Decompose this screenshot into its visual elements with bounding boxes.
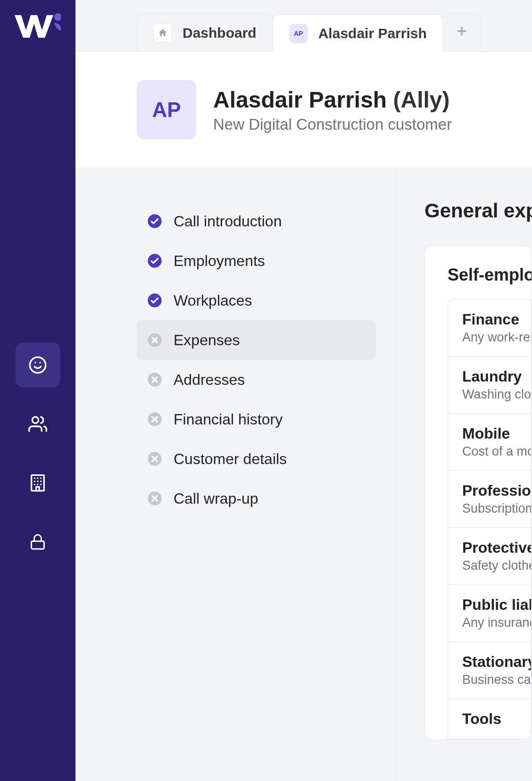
tab-alasdair-parrish[interactable]: APAlasdair Parrish — [273, 14, 443, 52]
checklist-item-call-introduction[interactable]: Call introduction — [137, 201, 376, 241]
checklist-item-workplaces[interactable]: Workplaces — [137, 281, 376, 320]
x-circle-icon — [147, 451, 162, 466]
checklist-label: Workplaces — [174, 292, 252, 309]
checklist-item-financial-history[interactable]: Financial history — [137, 399, 376, 439]
checklist-label: Expenses — [174, 332, 240, 349]
content-heading: General expenses — [424, 199, 532, 222]
expense-row[interactable]: Public liabilityAny insurance for work — [448, 585, 531, 642]
app-logo — [15, 13, 61, 41]
svg-point-0 — [54, 13, 61, 21]
tab-strip: DashboardAPAlasdair Parrish — [75, 0, 532, 52]
expense-desc: Business cards and paper — [462, 673, 531, 687]
tab-avatar: AP — [289, 24, 308, 43]
rail-item-smile[interactable] — [16, 342, 60, 387]
rail-item-building[interactable] — [16, 460, 60, 505]
rail-item-lock[interactable] — [16, 519, 60, 564]
checklist-label: Customer details — [174, 450, 287, 468]
tab-label: Alasdair Parrish — [318, 25, 427, 42]
expense-title: Stationary — [462, 653, 531, 671]
expense-row[interactable]: ProtectiveSafety clothes and equipment — [448, 528, 531, 585]
checklist-label: Call introduction — [174, 213, 282, 230]
expense-title: Laundry — [462, 368, 531, 385]
x-circle-icon — [147, 372, 162, 387]
expenses-card: Self-employed expenses FinanceAny work-r… — [424, 246, 532, 740]
checklist-item-expenses[interactable]: Expenses — [137, 320, 376, 360]
lock-icon — [29, 533, 46, 550]
expense-title: Tools — [462, 710, 531, 728]
checklist-label: Call wrap-up — [174, 490, 258, 507]
customer-name: Alasdair Parrish (Ally) — [213, 87, 452, 113]
add-tab-button[interactable] — [443, 14, 481, 51]
expense-desc: Any work-related finance costs — [462, 330, 531, 345]
card-title: Self-employed expenses — [448, 265, 532, 285]
expense-title: Finance — [462, 311, 531, 328]
check-circle-icon — [147, 253, 162, 268]
svg-rect-16 — [32, 541, 44, 549]
x-circle-icon — [147, 332, 162, 348]
checklist-label: Addresses — [174, 371, 245, 389]
checklist-item-employments[interactable]: Employments — [137, 241, 376, 281]
expense-desc: Subscriptions and memberships — [462, 501, 531, 516]
svg-rect-5 — [32, 475, 44, 490]
expense-title: Protective — [462, 539, 531, 557]
expense-desc: Any insurance for work — [462, 615, 531, 630]
expense-title: Professional — [462, 482, 531, 499]
check-circle-icon — [147, 293, 162, 308]
expense-row[interactable]: Tools — [448, 699, 531, 739]
svg-rect-15 — [36, 487, 40, 490]
checklist-item-addresses[interactable]: Addresses — [137, 360, 376, 399]
building-icon — [28, 474, 47, 492]
checklist-item-customer-details[interactable]: Customer details — [137, 439, 376, 479]
customer-subtitle: New Digital Construction customer — [213, 116, 452, 133]
expense-row[interactable]: StationaryBusiness cards and paper — [448, 642, 531, 699]
svg-point-4 — [32, 417, 38, 423]
x-circle-icon — [147, 412, 162, 427]
expense-row[interactable]: FinanceAny work-related finance costs — [448, 299, 531, 357]
checklist-label: Employments — [174, 252, 265, 270]
nav-rail — [0, 0, 75, 781]
check-circle-icon — [147, 214, 162, 229]
call-checklist: Call introductionEmploymentsWorkplacesEx… — [75, 168, 396, 781]
tab-label: Dashboard — [183, 25, 257, 41]
expense-row[interactable]: LaundryWashing clothes for work — [448, 357, 531, 414]
x-circle-icon — [147, 491, 162, 506]
home-icon — [153, 24, 172, 42]
people-icon — [28, 415, 47, 433]
expense-title: Mobile — [462, 425, 531, 442]
expense-desc: Cost of a mobile phone — [462, 444, 531, 459]
plus-icon — [455, 25, 468, 41]
smile-icon — [28, 356, 47, 374]
expense-desc: Washing clothes for work — [462, 387, 531, 402]
content-pane: General expenses Self-employed expenses … — [396, 168, 532, 781]
customer-header: AP Alasdair Parrish (Ally) New Digital C… — [75, 52, 532, 168]
tab-dashboard[interactable]: Dashboard — [137, 14, 273, 51]
expense-title: Public liability — [462, 596, 531, 614]
expense-row[interactable]: MobileCost of a mobile phone — [448, 414, 531, 471]
rail-item-people[interactable] — [16, 401, 60, 446]
checklist-label: Financial history — [174, 411, 283, 428]
customer-avatar: AP — [137, 80, 196, 140]
svg-point-1 — [30, 357, 45, 373]
expense-row[interactable]: ProfessionalSubscriptions and membership… — [448, 471, 531, 528]
expense-desc: Safety clothes and equipment — [462, 558, 531, 573]
checklist-item-call-wrap-up[interactable]: Call wrap-up — [137, 479, 376, 518]
